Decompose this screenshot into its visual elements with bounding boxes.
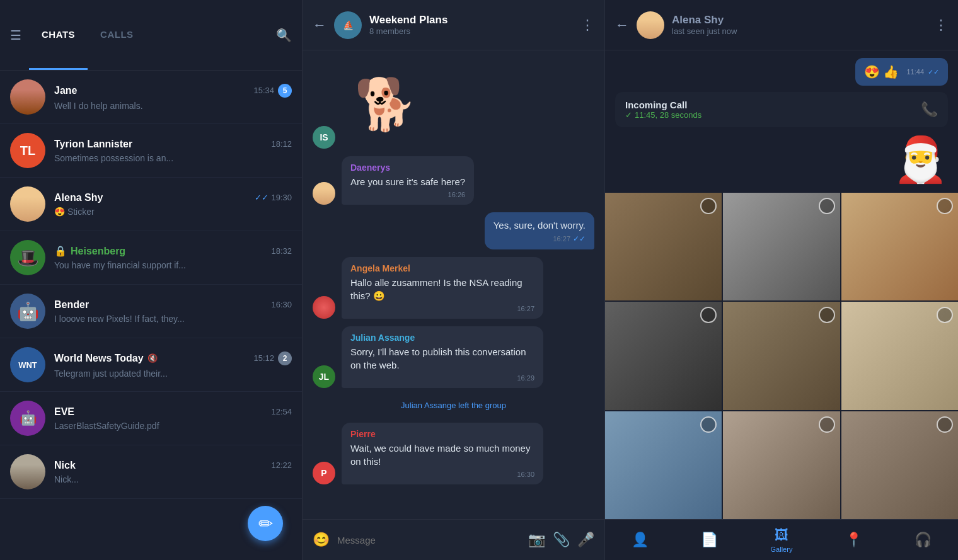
gallery-select-7[interactable] xyxy=(700,416,717,433)
badge-jane: 5 xyxy=(278,84,292,98)
back-button-profile[interactable]: ← xyxy=(615,17,629,33)
emoji-message-row: 😍 👍 11:44 ✓✓ xyxy=(615,58,948,86)
gallery-cell-9[interactable] xyxy=(841,411,958,519)
sender-julian: Julian Assange xyxy=(350,333,534,343)
location-tab-icon: 📍 xyxy=(845,532,862,548)
gallery-cell-7[interactable] xyxy=(605,411,722,519)
chat-item-worldnews[interactable]: WNT World News Today 🔇 15:12 2 Telegram … xyxy=(0,338,302,392)
tab-audio[interactable]: 🎧 xyxy=(915,532,932,548)
time-outgoing: 16:27 xyxy=(553,235,570,243)
group-members: 8 members xyxy=(369,26,573,36)
gallery-select-2[interactable] xyxy=(819,198,835,214)
chat-time-nick: 12:22 xyxy=(271,460,292,470)
chat-time-tyrion: 18:12 xyxy=(271,139,292,149)
gallery-cell-4[interactable] xyxy=(605,302,722,409)
chat-time-eve: 12:54 xyxy=(271,407,292,416)
avatar-alena xyxy=(10,186,45,222)
compose-fab[interactable]: ✏ xyxy=(248,506,283,541)
checks-outgoing: ✓✓ xyxy=(573,234,586,243)
profile-tab-icon: 👤 xyxy=(632,532,649,548)
gallery-cell-2[interactable] xyxy=(723,193,840,300)
chat-preview-alena: 😍 Sticker xyxy=(54,207,292,217)
chat-item-eve[interactable]: 🤖 EVE 12:54 LaserBlastSafetyGuide.pdf xyxy=(0,392,302,445)
chat-input-area: 😊 📷 📎 🎤 xyxy=(303,519,604,560)
call-check-icon: ✓ xyxy=(625,110,632,120)
chat-info-heisenberg: 🔒 Heisenberg 18:32 You have my financial… xyxy=(54,245,292,270)
tab-files[interactable]: 📄 xyxy=(701,532,718,548)
emoji-time: 11:44 xyxy=(906,68,924,76)
tab-chats[interactable]: CHATS xyxy=(29,0,88,70)
sender-daenerys: Daenerys xyxy=(350,163,465,173)
group-avatar: ⛵ xyxy=(334,11,362,39)
call-label: Incoming Call xyxy=(625,100,913,110)
gallery-select-5[interactable] xyxy=(819,307,835,323)
message-julian: JL Julian Assange Sorry, I'll have to pu… xyxy=(313,326,594,388)
gallery-tab-icon: 🖼 xyxy=(775,527,788,544)
gallery-select-8[interactable] xyxy=(819,416,835,433)
chat-name-heisenberg: 🔒 Heisenberg xyxy=(54,245,125,257)
chat-name-eve: EVE xyxy=(54,406,74,418)
time-pierre: 16:30 xyxy=(517,471,534,478)
search-icon[interactable]: 🔍 xyxy=(276,28,292,43)
profile-tab-bar: 👤 📄 🖼 Gallery 📍 🎧 xyxy=(605,519,958,560)
tab-profile[interactable]: 👤 xyxy=(632,532,649,548)
text-julian: Sorry, I'll have to publish this convers… xyxy=(350,345,534,372)
more-options-profile[interactable]: ⋮ xyxy=(934,17,948,33)
group-name: Weekend Plans xyxy=(369,14,573,26)
bubble-julian: Julian Assange Sorry, I'll have to publi… xyxy=(342,326,543,388)
avatar-julian: JL xyxy=(313,365,335,388)
emoji-bubble: 😍 👍 11:44 ✓✓ xyxy=(855,58,948,86)
chat-item-bender[interactable]: 🤖 Bender 16:30 I looove new Pixels! If f… xyxy=(0,285,302,338)
tab-calls[interactable]: CALLS xyxy=(88,0,146,70)
more-options-button[interactable]: ⋮ xyxy=(580,17,594,33)
chat-preview-worldnews: Telegram just updated their... xyxy=(54,369,292,379)
chat-info-tyrion: Tyrion Lannister 18:12 Sometimes possess… xyxy=(54,139,292,163)
avatar-daenerys xyxy=(313,182,335,205)
profile-name: Alena Shy xyxy=(672,14,926,26)
avatar-worldnews: WNT xyxy=(10,347,45,382)
emoji-button[interactable]: 😊 xyxy=(313,532,330,548)
call-details: ✓ 11:45, 28 seconds xyxy=(625,110,913,120)
chat-preview-jane: Well I do help animals. xyxy=(54,101,292,111)
call-info: Incoming Call ✓ 11:45, 28 seconds xyxy=(625,100,913,120)
bubble-outgoing: Yes, sure, don't worry. 16:27 ✓✓ xyxy=(485,212,594,249)
chat-item-nick[interactable]: Nick 12:22 Nick... xyxy=(0,445,302,499)
profile-avatar xyxy=(637,11,664,39)
chat-item-tyrion[interactable]: TL Tyrion Lannister 18:12 Sometimes poss… xyxy=(0,124,302,178)
chats-panel: ☰ CHATS CALLS 🔍 Jane 15:34 5 xyxy=(0,0,303,560)
mic-button[interactable]: 🎤 xyxy=(577,532,594,548)
gallery-cell-8[interactable] xyxy=(723,411,840,519)
chat-item-jane[interactable]: Jane 15:34 5 Well I do help animals. xyxy=(0,71,302,124)
avatar-jane xyxy=(10,79,45,115)
tab-gallery[interactable]: 🖼 Gallery xyxy=(771,527,793,553)
camera-button[interactable]: 📷 xyxy=(528,532,545,548)
message-input[interactable] xyxy=(337,535,521,546)
chat-info-nick: Nick 12:22 Nick... xyxy=(54,460,292,484)
group-info: Weekend Plans 8 members xyxy=(369,14,573,36)
back-button[interactable]: ← xyxy=(313,17,326,33)
attach-button[interactable]: 📎 xyxy=(553,532,570,548)
tab-location[interactable]: 📍 xyxy=(845,532,862,548)
gallery-cell-3[interactable] xyxy=(841,193,958,300)
compose-icon: ✏ xyxy=(258,513,273,534)
emoji-content: 😍 👍 xyxy=(864,64,899,79)
message-outgoing: Yes, sure, don't worry. 16:27 ✓✓ xyxy=(313,212,594,249)
chat-name-nick: Nick xyxy=(54,460,76,471)
gallery-select-9[interactable] xyxy=(937,416,953,433)
avatar-is: IS xyxy=(313,126,335,149)
mute-icon-worldnews: 🔇 xyxy=(147,353,158,363)
chat-item-alena[interactable]: Alena Shy ✓✓ 19:30 😍 Sticker xyxy=(0,178,302,231)
gallery-cell-6[interactable] xyxy=(841,302,958,409)
avatar-angela xyxy=(313,296,335,319)
chat-item-heisenberg[interactable]: 🎩 🔒 Heisenberg 18:32 You have my financi… xyxy=(0,231,302,285)
text-angela: Hallo alle zusammen! Is the NSA reading … xyxy=(350,276,534,302)
chat-preview-nick: Nick... xyxy=(54,474,292,484)
gallery-select-3[interactable] xyxy=(937,198,953,214)
chat-name-worldnews: World News Today 🔇 xyxy=(54,353,158,364)
gallery-cell-5[interactable] xyxy=(723,302,840,409)
chat-info-alena: Alena Shy ✓✓ 19:30 😍 Sticker xyxy=(54,192,292,217)
message-angela: Angela Merkel Hallo alle zusammen! Is th… xyxy=(313,257,594,319)
hamburger-icon[interactable]: ☰ xyxy=(10,28,21,43)
sender-angela: Angela Merkel xyxy=(350,263,534,273)
gallery-cell-1[interactable] xyxy=(605,193,722,300)
